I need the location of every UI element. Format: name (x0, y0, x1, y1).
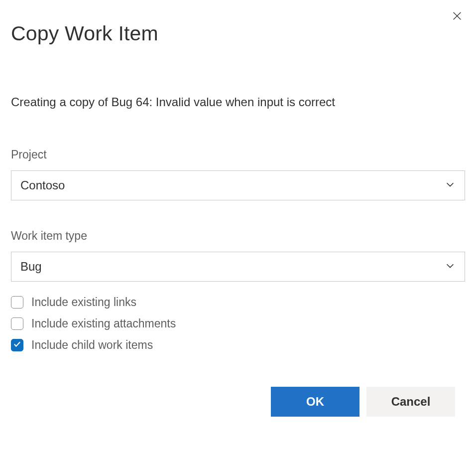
project-value: Contoso (20, 178, 65, 192)
work-item-type-field-group: Work item type Bug (11, 229, 465, 282)
close-button[interactable] (449, 9, 465, 25)
checkbox-list: Include existing links Include existing … (11, 296, 465, 352)
ok-button[interactable]: OK (271, 387, 359, 417)
include-children-checkbox[interactable] (11, 339, 23, 351)
project-dropdown[interactable]: Contoso (11, 170, 465, 200)
close-icon (452, 10, 463, 23)
cancel-button[interactable]: Cancel (366, 387, 455, 417)
include-attachments-row: Include existing attachments (11, 317, 465, 330)
include-links-label[interactable]: Include existing links (31, 296, 136, 309)
chevron-down-icon (445, 260, 456, 273)
include-links-checkbox[interactable] (11, 296, 23, 309)
include-attachments-label[interactable]: Include existing attachments (31, 317, 176, 330)
include-children-row: Include child work items (11, 338, 465, 352)
dialog-description: Creating a copy of Bug 64: Invalid value… (11, 95, 465, 109)
chevron-down-icon (445, 179, 456, 192)
work-item-type-dropdown[interactable]: Bug (11, 252, 465, 282)
include-children-label[interactable]: Include child work items (31, 338, 153, 352)
project-label: Project (11, 148, 465, 161)
include-links-row: Include existing links (11, 296, 465, 309)
include-attachments-checkbox[interactable] (11, 317, 23, 330)
button-row: OK Cancel (11, 387, 465, 417)
work-item-type-label: Work item type (11, 229, 465, 243)
work-item-type-value: Bug (20, 260, 42, 274)
project-field-group: Project Contoso (11, 148, 465, 200)
checkmark-icon (13, 340, 21, 350)
dialog-title: Copy Work Item (11, 22, 465, 45)
